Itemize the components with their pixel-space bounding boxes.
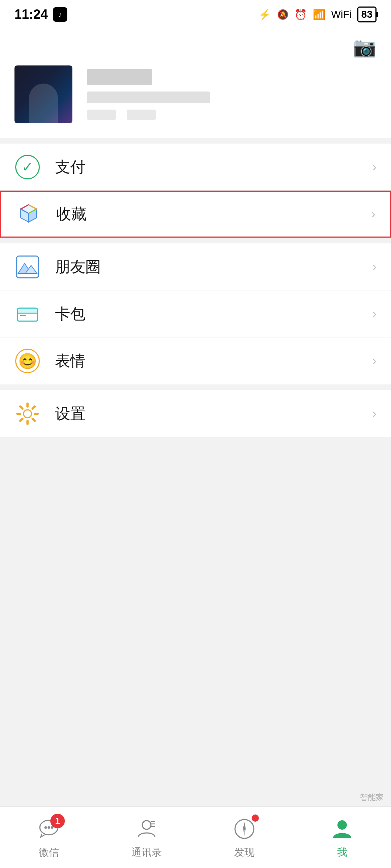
nav-item-me[interactable]: 我	[306, 816, 378, 859]
menu-item-emoji[interactable]: 😊 表情 ›	[0, 337, 391, 384]
status-time: 11:24 ♪	[14, 7, 67, 22]
camera-row: 📷	[14, 36, 377, 65]
emoji-icon-wrap: 😊	[14, 348, 41, 374]
mute-icon: 🔕	[277, 9, 289, 20]
payment-label: 支付	[55, 157, 372, 177]
profile-extra-bar-2	[127, 110, 156, 120]
emoji-label: 表情	[55, 351, 372, 371]
bottom-nav: 1 微信 通讯录	[0, 807, 391, 868]
moments-icon	[15, 255, 40, 279]
wifi-icon: WiFi	[331, 9, 352, 20]
discover-label: 发现	[234, 846, 255, 859]
wechat-nav-icon-wrap: 1	[36, 816, 62, 842]
svg-line-24	[20, 419, 22, 421]
me-nav-icon-wrap	[329, 816, 355, 842]
profile-row	[14, 65, 377, 123]
battery-indicator: 83	[357, 7, 377, 22]
settings-icon-wrap	[14, 401, 41, 427]
svg-point-27	[48, 826, 50, 829]
alarm-icon: ⏰	[294, 9, 307, 21]
discover-icon	[233, 818, 256, 840]
favorites-label: 收藏	[56, 204, 371, 224]
favorites-chevron-icon: ›	[371, 207, 375, 222]
contacts-label: 通讯录	[131, 846, 162, 859]
tiktok-notification-icon: ♪	[53, 7, 67, 22]
settings-icon	[15, 401, 40, 426]
cards-label: 卡包	[55, 304, 372, 324]
time-display: 11:24	[14, 7, 48, 22]
emoji-face-icon: 😊	[18, 352, 37, 370]
section-divider-1	[0, 138, 391, 144]
menu-item-cards[interactable]: 卡包 ›	[0, 290, 391, 337]
camera-icon[interactable]: 📷	[353, 36, 377, 58]
smart-home-label: 智能家	[360, 792, 384, 803]
svg-rect-8	[17, 256, 38, 278]
profile-info	[87, 69, 377, 120]
section-divider-2	[0, 238, 391, 243]
status-bar: 11:24 ♪ ⚡ 🔕 ⏰ 📶 WiFi 83	[0, 0, 391, 29]
svg-point-29	[142, 821, 151, 829]
payment-icon: ✓	[15, 155, 40, 179]
payment-check-icon: ✓	[22, 159, 33, 175]
contacts-nav-icon-wrap	[134, 816, 160, 842]
avatar-figure	[29, 84, 58, 123]
me-label: 我	[337, 846, 347, 859]
contacts-icon	[135, 818, 158, 840]
menu-item-moments[interactable]: 朋友圈 ›	[0, 243, 391, 290]
menu-item-settings[interactable]: 设置 ›	[0, 390, 391, 437]
favorites-icon-wrap	[16, 201, 42, 227]
menu-section-3: 设置 ›	[0, 390, 391, 437]
cards-chevron-icon: ›	[372, 306, 377, 322]
emoji-icon: 😊	[15, 349, 40, 373]
nav-item-wechat[interactable]: 1 微信	[13, 816, 85, 859]
svg-line-21	[20, 407, 22, 409]
bluetooth-icon: ⚡	[258, 9, 271, 21]
profile-name-blur	[87, 69, 152, 85]
settings-chevron-icon: ›	[372, 406, 377, 421]
person-icon	[331, 818, 353, 840]
page-container: 11:24 ♪ ⚡ 🔕 ⏰ 📶 WiFi 83 📷	[0, 0, 391, 868]
discover-nav-icon-wrap	[231, 816, 257, 842]
section-divider-3	[0, 384, 391, 390]
avatar-image	[14, 65, 72, 123]
wechat-label: 微信	[39, 846, 59, 859]
menu-item-payment[interactable]: ✓ 支付 ›	[0, 144, 391, 191]
wechat-badge: 1	[50, 814, 65, 828]
menu-section-1: ✓ 支付 ›	[0, 144, 391, 238]
svg-point-16	[24, 410, 31, 418]
moments-chevron-icon: ›	[372, 259, 377, 275]
signal-icon: 📶	[313, 9, 325, 21]
cards-icon-wrap	[14, 301, 41, 327]
favorites-icon	[16, 202, 41, 226]
svg-line-23	[33, 407, 35, 409]
profile-extra	[87, 110, 377, 120]
profile-id-blur	[87, 92, 210, 103]
svg-line-22	[33, 419, 35, 421]
svg-point-26	[45, 826, 47, 829]
emoji-chevron-icon: ›	[372, 353, 377, 369]
moments-label: 朋友圈	[55, 257, 372, 277]
status-icons: ⚡ 🔕 ⏰ 📶 WiFi 83	[258, 7, 377, 22]
settings-label: 设置	[55, 404, 372, 424]
cards-icon	[15, 302, 40, 326]
profile-extra-bar-1	[87, 110, 116, 120]
payment-icon-wrap: ✓	[14, 154, 41, 180]
nav-item-contacts[interactable]: 通讯录	[110, 816, 183, 859]
nav-item-discover[interactable]: 发现	[208, 816, 281, 859]
moments-icon-wrap	[14, 254, 41, 280]
payment-chevron-icon: ›	[372, 159, 377, 175]
menu-item-favorites[interactable]: 收藏 ›	[0, 191, 391, 238]
profile-header: 📷	[0, 29, 391, 138]
gray-fill-area	[0, 437, 391, 868]
svg-point-37	[337, 820, 347, 830]
avatar[interactable]	[14, 65, 72, 123]
svg-point-36	[243, 828, 245, 830]
discover-dot-badge	[252, 814, 259, 822]
svg-rect-13	[17, 308, 38, 313]
menu-section-2: 朋友圈 › 卡包 › 😊	[0, 243, 391, 384]
